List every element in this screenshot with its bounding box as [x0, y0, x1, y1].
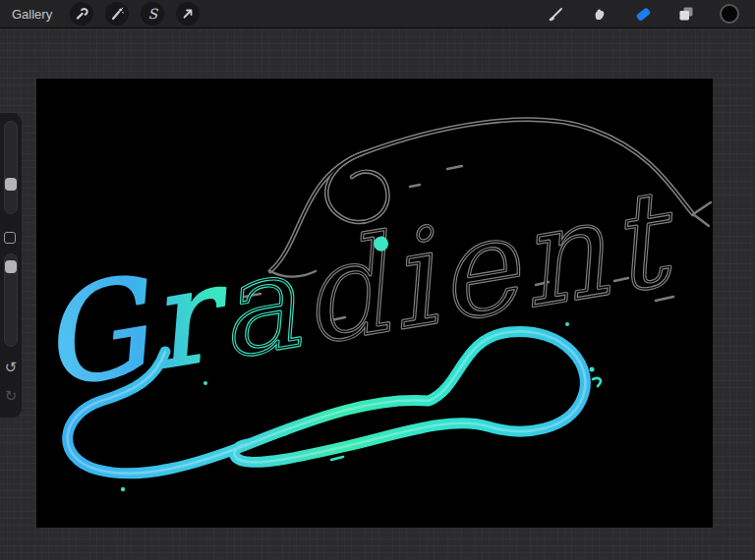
- brush-sidebar: ↺ ↻: [0, 113, 22, 418]
- brush-size-slider[interactable]: [4, 121, 18, 214]
- undo-button[interactable]: ↺: [0, 361, 22, 375]
- drawing-canvas[interactable]: Gradient Gradient: [36, 79, 713, 528]
- layers-icon: [677, 5, 695, 23]
- color-circle-icon: [720, 4, 739, 24]
- opacity-slider[interactable]: [4, 253, 18, 347]
- procreate-app: { "topbar": { "gallery_label": "Gallery"…: [0, 0, 755, 560]
- eraser-tool-button[interactable]: [631, 2, 655, 26]
- color-swatch-button[interactable]: [718, 2, 741, 26]
- opacity-handle[interactable]: [5, 260, 17, 273]
- gradient-lettering-artwork: Gradient Gradient: [36, 79, 713, 528]
- wrench-icon: [75, 7, 88, 21]
- selection-button[interactable]: S: [141, 2, 164, 26]
- magic-wand-icon: [110, 7, 124, 21]
- brush-icon: [548, 5, 565, 23]
- smudge-tool-button[interactable]: [588, 2, 611, 26]
- layers-button[interactable]: [674, 2, 698, 26]
- top-toolbar: Gallery S: [0, 0, 755, 28]
- redo-button[interactable]: ↻: [0, 389, 22, 404]
- selection-s-icon: S: [147, 7, 157, 21]
- brush-size-handle[interactable]: [5, 178, 17, 191]
- smudge-icon: [591, 5, 609, 23]
- eraser-icon: [633, 5, 653, 23]
- brush-tool-button[interactable]: [545, 2, 568, 26]
- actions-button[interactable]: [70, 2, 93, 26]
- transform-arrow-icon: [181, 7, 195, 21]
- adjustments-button[interactable]: [105, 2, 129, 26]
- modify-button[interactable]: [4, 232, 16, 244]
- gallery-button[interactable]: Gallery: [0, 7, 58, 22]
- transform-button[interactable]: [176, 2, 200, 26]
- paint-tools-group: [545, 2, 755, 26]
